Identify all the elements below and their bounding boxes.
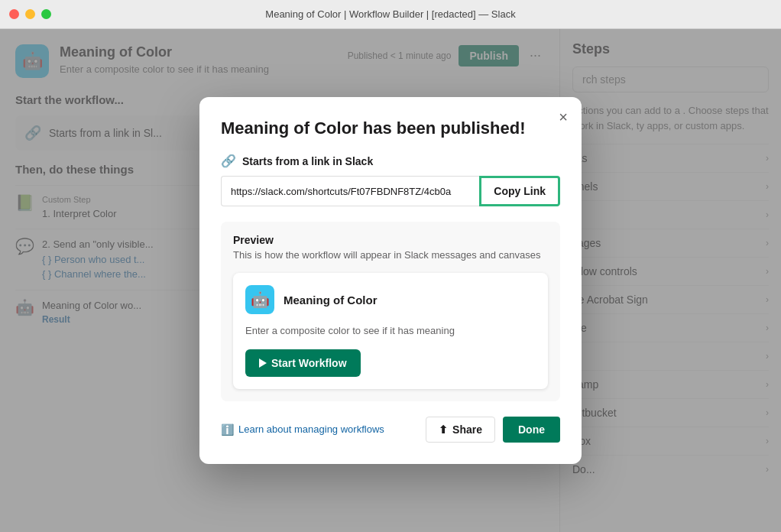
preview-card-header: 🤖 Meaning of Color [245, 285, 536, 314]
link-url-input[interactable] [221, 176, 479, 206]
preview-card-desc: Enter a composite color to see if it has… [245, 323, 536, 339]
preview-card: 🤖 Meaning of Color Enter a composite col… [233, 273, 548, 389]
modal-title: Meaning of Color has been published! [221, 118, 560, 138]
preview-label: Preview [233, 234, 548, 246]
close-button[interactable] [9, 9, 19, 19]
info-icon: ℹ️ [221, 423, 234, 436]
minimize-button[interactable] [25, 9, 35, 19]
modal-footer: ℹ️ Learn about managing workflows ⬆ Shar… [221, 417, 560, 443]
window-controls [9, 9, 51, 19]
link-input-row: Copy Link [221, 176, 560, 206]
modal-overlay: × Meaning of Color has been published! 🔗… [0, 29, 781, 532]
app-area: 🤖 Meaning of Color Enter a composite col… [0, 29, 781, 532]
modal-close-button[interactable]: × [559, 109, 568, 125]
start-workflow-button[interactable]: Start Workflow [245, 349, 361, 377]
learn-link[interactable]: ℹ️ Learn about managing workflows [221, 423, 384, 436]
play-icon [259, 358, 267, 368]
window-title: Meaning of Color | Workflow Builder | [r… [265, 8, 515, 20]
link-section-header: 🔗 Starts from a link in Slack [221, 154, 560, 168]
preview-section: Preview This is how the workflow will ap… [221, 222, 560, 401]
share-button[interactable]: ⬆ Share [426, 417, 495, 443]
link-icon: 🔗 [221, 154, 236, 168]
preview-avatar: 🤖 [245, 285, 274, 314]
titlebar: Meaning of Color | Workflow Builder | [r… [0, 0, 781, 29]
copy-link-button[interactable]: Copy Link [479, 176, 560, 206]
preview-card-title: Meaning of Color [284, 294, 378, 307]
maximize-button[interactable] [41, 9, 51, 19]
done-button[interactable]: Done [503, 417, 560, 443]
share-icon: ⬆ [439, 423, 448, 436]
modal: × Meaning of Color has been published! 🔗… [199, 97, 582, 464]
preview-description: This is how the workflow will appear in … [233, 249, 548, 261]
modal-footer-actions: ⬆ Share Done [426, 417, 560, 443]
link-section-title: Starts from a link in Slack [242, 155, 373, 167]
